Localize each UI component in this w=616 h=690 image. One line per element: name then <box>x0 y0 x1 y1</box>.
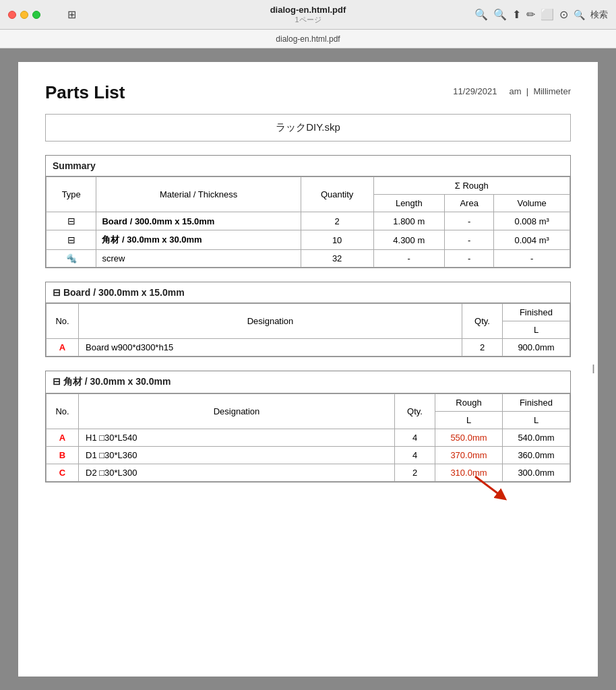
document-area: Parts List 11/29/2021 am | Millimeter ラッ… <box>0 49 616 690</box>
kakuzai-section-header: ⊟ 角材 / 30.0mm x 30.0mm <box>46 371 570 394</box>
kakuzai-row2-designation: D1 □30*L360 <box>79 447 395 464</box>
svg-line-1 <box>475 476 502 497</box>
board-col-designation: Designation <box>79 304 462 339</box>
row3-qty: 32 <box>301 250 373 268</box>
kakuzai-row1-rough-l: 550.0mm <box>435 429 503 447</box>
page-title: Parts List <box>45 82 125 103</box>
titlebar-filename: dialog-en.html.pdf <box>270 5 346 15</box>
search-label: 検索 <box>590 9 608 21</box>
board-row1-finished-l: 900.0mm <box>503 339 570 356</box>
annotate-icon[interactable]: ✏ <box>526 8 535 21</box>
row2-material: 角材 / 30.0mm x 30.0mm <box>96 230 301 250</box>
board-row1-label: A <box>47 339 79 356</box>
summary-row-1: ⊟ Board / 300.0mm x 15.0mm 2 1.800 m - 0… <box>47 212 570 230</box>
row3-volume: - <box>494 250 570 268</box>
titlebar-center: dialog-en.html.pdf 1ページ <box>270 5 346 25</box>
col-length: Length <box>373 195 444 212</box>
row1-qty: 2 <box>301 212 373 230</box>
row3-length: - <box>373 250 444 268</box>
scrollbar-hint: I <box>592 363 595 377</box>
board-col-l: L <box>503 321 570 339</box>
summary-table: Type Material / Thickness Quantity Σ Rou… <box>46 177 570 268</box>
board-col-finished: Finished <box>503 304 570 321</box>
markup-icon[interactable]: ⊙ <box>559 8 568 21</box>
page: Parts List 11/29/2021 am | Millimeter ラッ… <box>18 62 598 677</box>
zoom-out-icon[interactable]: 🔍 <box>474 8 488 21</box>
kakuzai-section: ⊟ 角材 / 30.0mm x 30.0mm No. Designation Q… <box>45 371 571 482</box>
kakuzai-row1-designation: H1 □30*L540 <box>79 429 395 447</box>
kakuzai-row3-rough-l: 310.0mm <box>435 464 503 482</box>
search-icon[interactable]: 🔍 <box>574 9 585 20</box>
kakuzai-row-2: B D1 □30*L360 4 370.0mm 360.0mm <box>47 447 570 464</box>
summary-row-2: ⊟ 角材 / 30.0mm x 30.0mm 10 4.300 m - 0.00… <box>47 230 570 250</box>
board-section: ⊟ Board / 300.0mm x 15.0mm No. Designati… <box>45 282 571 357</box>
unit-value: Millimeter <box>533 86 571 96</box>
row3-area: - <box>445 250 494 268</box>
date-value: 11/29/2021 <box>453 86 497 96</box>
minimize-button[interactable] <box>20 11 28 19</box>
kakuzai-icon: ⊟ <box>53 376 63 387</box>
board-table: No. Designation Qty. Finished L A Board … <box>46 303 570 356</box>
kakuzai-col-qty: Qty. <box>395 394 435 429</box>
zoom-in-icon[interactable]: 🔍 <box>493 8 507 21</box>
maximize-button[interactable] <box>32 11 40 19</box>
kakuzai-table: No. Designation Qty. Rough Finished L L … <box>46 394 570 482</box>
row3-material: screw <box>96 250 301 268</box>
kakuzai-section-title: 角材 / 30.0mm x 30.0mm <box>63 376 171 387</box>
share-icon[interactable]: ⬆ <box>512 8 521 21</box>
summary-header: Summary <box>46 156 570 177</box>
row3-icon: 🔩 <box>47 250 96 268</box>
kakuzai-row3-designation: D2 □30*L300 <box>79 464 395 482</box>
kakuzai-row2-rough-l: 370.0mm <box>435 447 503 464</box>
close-button[interactable] <box>8 11 16 19</box>
crop-icon[interactable]: ⬜ <box>541 8 554 21</box>
kakuzai-row1-qty: 4 <box>395 429 435 447</box>
board-row1-designation: Board w900*d300*h15 <box>79 339 462 356</box>
summary-table-header-row1: Type Material / Thickness Quantity Σ Rou… <box>47 177 570 195</box>
col-material: Material / Thickness <box>96 177 301 212</box>
row2-icon: ⊟ <box>47 230 96 250</box>
kakuzai-col-no: No. <box>47 394 79 429</box>
kakuzai-col-rough: Rough <box>435 394 503 412</box>
row2-area: - <box>445 230 494 250</box>
kakuzai-row3-qty: 2 <box>395 464 435 482</box>
page-meta: 11/29/2021 am | Millimeter <box>453 82 571 96</box>
kakuzai-row3-label: C <box>47 464 79 482</box>
row1-length: 1.800 m <box>373 212 444 230</box>
board-section-title: Board / 300.0mm x 15.0mm <box>63 287 185 298</box>
col-rough-header: Σ Rough <box>373 177 569 195</box>
arrow-annotation <box>468 473 509 500</box>
kakuzai-row-3: C D2 □30*L300 2 310.0mm <box>47 464 570 482</box>
sidebar-toggle-icon[interactable]: ⊞ <box>67 8 76 21</box>
row1-volume: 0.008 m³ <box>494 212 570 230</box>
kakuzai-col-l-rough: L <box>435 412 503 429</box>
row1-material: Board / 300.0mm x 15.0mm <box>96 212 301 230</box>
titlebar-page: 1ページ <box>270 15 346 25</box>
kakuzai-row1-label: A <box>47 429 79 447</box>
board-col-qty: Qty. <box>462 304 503 339</box>
filename-box: ラックDIY.skp <box>45 114 571 142</box>
board-section-header: ⊟ Board / 300.0mm x 15.0mm <box>46 282 570 303</box>
board-col-no: No. <box>47 304 79 339</box>
toolbar-icons: ⊞ <box>67 8 76 21</box>
time-value: am | <box>499 86 533 96</box>
kakuzai-col-l-finished: L <box>503 412 570 429</box>
titlebar: ⊞ dialog-en.html.pdf 1ページ 🔍 🔍 ⬆ ✏ ⬜ ⊙ 🔍 … <box>0 0 616 30</box>
kakuzai-header-row1: No. Designation Qty. Rough Finished <box>47 394 570 412</box>
col-area: Area <box>445 195 494 212</box>
summary-row-3: 🔩 screw 32 - - - <box>47 250 570 268</box>
board-icon: ⊟ <box>53 287 63 298</box>
traffic-lights <box>8 11 40 19</box>
row1-area: - <box>445 212 494 230</box>
board-row1-qty: 2 <box>462 339 503 356</box>
col-volume: Volume <box>494 195 570 212</box>
kakuzai-row2-qty: 4 <box>395 447 435 464</box>
board-data-row-1: A Board w900*d300*h15 2 900.0mm <box>47 339 570 356</box>
tab-filename: dialog-en.html.pdf <box>276 34 340 44</box>
kakuzai-row-1: A H1 □30*L540 4 550.0mm 540.0mm <box>47 429 570 447</box>
board-header-row1: No. Designation Qty. Finished <box>47 304 570 321</box>
project-filename: ラックDIY.skp <box>276 121 340 133</box>
summary-section: Summary Type Material / Thickness Quanti… <box>45 155 571 268</box>
toolbar-right: 🔍 🔍 ⬆ ✏ ⬜ ⊙ 🔍 検索 <box>474 8 608 21</box>
row1-icon: ⊟ <box>47 212 96 230</box>
